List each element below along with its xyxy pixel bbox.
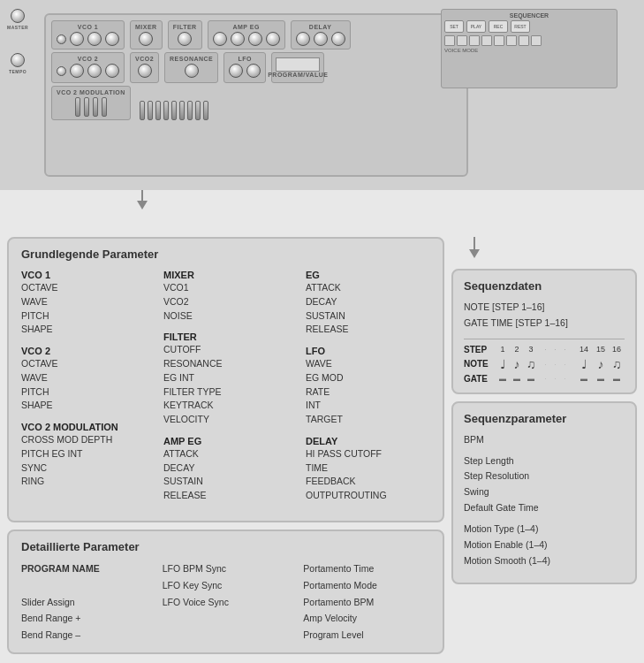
delay-title: DELAY — [309, 24, 332, 30]
sustain-knob — [248, 32, 262, 46]
step-length-param: Step Length — [464, 453, 625, 469]
sequenzdaten-box: Sequenzdaten NOTE [STEP 1–16] GATE TIME … — [451, 269, 637, 394]
vco1-row: VCO 1 MIXER FILTER — [51, 20, 461, 50]
lfo-title: LFO — [239, 56, 253, 62]
amp-velocity-param: Amp Velocity — [303, 610, 430, 627]
program-value-label: PROGRAM/VALUE — [268, 72, 328, 78]
vco1-pitch-param: PITCH — [21, 309, 146, 324]
arrow-seq-container — [451, 237, 637, 262]
gate-16: ▬ — [609, 375, 625, 383]
motion-smooth-param: Motion Smooth (1–4) — [464, 553, 625, 569]
lfo-int-knob — [246, 64, 261, 78]
lfo-eg-mod-param: EG MOD — [306, 371, 430, 385]
seq-step-3[interactable] — [469, 35, 480, 46]
mixer-vco2-label: VCO2 — [135, 56, 154, 62]
filter-keytrack-param: KEYTRACK — [163, 399, 288, 413]
grundlegende-col1: VCO 1 OCTAVE WAVE PITCH SHAPE VCO 2 OCTA… — [21, 270, 146, 512]
eg-decay-param: DECAY — [306, 295, 430, 309]
bend-range-minus-param: Bend Range – — [21, 627, 148, 644]
eg-int-slider — [148, 101, 153, 120]
note-15: ♪ — [593, 357, 609, 371]
note-step-info: NOTE [STEP 1–16] — [464, 300, 625, 316]
mixer-knobs — [139, 32, 153, 46]
seq-step-6[interactable] — [506, 35, 517, 46]
detaillierte-title: Detaillierte Parameter — [21, 540, 430, 553]
step-num-1: 1 — [496, 345, 510, 354]
vco2-knobs — [57, 64, 119, 78]
set-button[interactable]: SET — [444, 20, 464, 33]
filter-eg-int-param: EG INT — [163, 371, 288, 385]
lfo-rate-param: RATE — [306, 385, 430, 400]
lfo-bpm-sync-param: LFO BPM Sync — [163, 560, 290, 577]
seq-step-4[interactable] — [481, 35, 492, 46]
delay-param-group: DELAY HI PASS CUTOFF TIME FEEDBACK OUTPU… — [306, 436, 430, 503]
vco2-mod-title: VCO 2 MODULATION — [57, 89, 125, 95]
int-slider — [195, 101, 201, 120]
master-knob — [11, 9, 25, 23]
seq-step-7[interactable] — [519, 35, 529, 46]
vco1-wave-knob — [70, 32, 84, 46]
filter-knobs — [178, 32, 192, 46]
seq-step-1[interactable] — [444, 35, 455, 46]
main-content: Grundlegende Parameter VCO 1 OCTAVE WAVE… — [0, 230, 644, 661]
attack-knob — [213, 32, 227, 46]
master-section: MASTER TEMPO — [7, 9, 28, 74]
play-button[interactable]: PLAY — [466, 20, 486, 33]
lfo-param-title: LFO — [306, 346, 430, 356]
seq-step-8[interactable] — [531, 35, 542, 46]
right-panel: Sequenzdaten NOTE [STEP 1–16] GATE TIME … — [451, 237, 637, 654]
down-arrow-1 — [137, 190, 148, 210]
default-gate-param: Default Gate Time — [464, 500, 625, 516]
delay-hipass-param: HI PASS CUTOFF — [306, 447, 430, 461]
vco1-section: VCO 1 — [51, 20, 125, 50]
seq-divider — [464, 339, 625, 339]
pitch-eg-slider — [84, 97, 89, 117]
vco1-shape-knob — [105, 32, 119, 46]
sequenzparameter-title: Sequenzparameter — [464, 412, 625, 425]
step-num-2: 2 — [510, 345, 524, 354]
seq-step-2[interactable] — [457, 35, 467, 46]
vco1-param-title: VCO 1 — [21, 270, 146, 280]
gate-step-info: GATE TIME [STEP 1–16] — [464, 316, 625, 332]
note-dots: · · · — [538, 360, 575, 369]
seq-step-5[interactable] — [494, 35, 504, 46]
lfo-key-sync-param: LFO Key Sync — [163, 577, 290, 594]
step-num-3: 3 — [524, 345, 538, 354]
master-label: MASTER — [7, 25, 28, 30]
vco2-mod-param-title: VCO 2 MODULATION — [21, 422, 146, 432]
note-1: ♩ — [496, 357, 510, 371]
rest-button[interactable]: REST — [511, 20, 530, 33]
delay-output-param: OUTPUTROUTING — [306, 489, 430, 503]
gate-row-label: GATE — [464, 374, 496, 384]
lfo-wave-param: WAVE — [306, 357, 430, 371]
arrow-container-1 — [0, 190, 644, 212]
detail-columns: PROGRAM NAME Slider Assign Bend Range + … — [21, 560, 430, 644]
rate-slider — [187, 101, 193, 120]
vco1-octave-param: OCTAVE — [21, 281, 146, 295]
resonance-section: RESONANCE — [164, 52, 218, 83]
target-slider — [203, 101, 208, 120]
lfo-rate-knob — [229, 64, 243, 78]
gate-2: ▬ — [510, 375, 524, 383]
grundlegende-title: Grundlegende Parameter — [21, 248, 430, 261]
vco2-row: VCO 2 VCO2 RESONANCE — [51, 52, 461, 83]
mixer-vco2-knobs — [138, 64, 152, 78]
rec-button[interactable]: REC — [489, 20, 508, 33]
step-col-label: STEP — [464, 345, 496, 354]
vco1-octave-knob — [57, 34, 66, 44]
filter-section: FILTER — [168, 20, 202, 50]
seq-voice-mode: VOICE MODE — [444, 48, 614, 53]
down-arrow-2 — [469, 237, 480, 258]
amp-eg-param-group: AMP EG ATTACK DECAY SUSTAIN RELEASE — [163, 436, 288, 503]
delay-param-title: DELAY — [306, 436, 430, 446]
vco2-octave-knob — [57, 66, 66, 76]
mixer-param-title: MIXER — [163, 270, 288, 280]
grundlegende-columns: VCO 1 OCTAVE WAVE PITCH SHAPE VCO 2 OCTA… — [21, 270, 430, 512]
resonance-label: RESONANCE — [170, 56, 213, 62]
note-row-label: NOTE — [464, 359, 496, 369]
hipass-knob — [296, 32, 310, 46]
decay-knob — [231, 32, 245, 46]
note-row: NOTE ♩ ♪ ♫ · · · ♩ ♪ ♫ — [464, 357, 625, 371]
mixer-vco2-section: VCO2 — [130, 52, 159, 83]
gate-1: ▬ — [496, 375, 510, 383]
